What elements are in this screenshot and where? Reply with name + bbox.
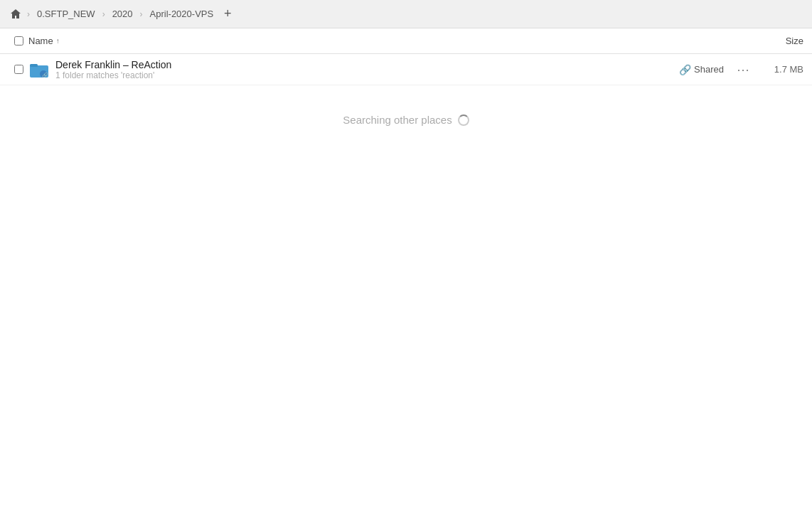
- file-size: 1.7 MB: [754, 64, 803, 75]
- breadcrumb-separator-2: ›: [102, 9, 105, 19]
- file-sub-text: 1 folder matches 'reaction': [55, 70, 679, 80]
- svg-rect-1: [30, 64, 38, 67]
- folder-icon: 🔗: [28, 59, 50, 80]
- size-column-header[interactable]: Size: [747, 36, 803, 46]
- header-checkbox[interactable]: [9, 36, 28, 46]
- breadcrumb-item-april[interactable]: April-2020-VPS: [147, 7, 217, 21]
- toolbar: › 0.SFTP_NEW › 2020 › April-2020-VPS +: [0, 0, 812, 28]
- select-all-checkbox[interactable]: [14, 36, 23, 46]
- loading-spinner: [458, 114, 469, 126]
- breadcrumb-item-2020[interactable]: 2020: [109, 7, 136, 21]
- breadcrumb-item-sftp-new[interactable]: 0.SFTP_NEW: [34, 7, 98, 21]
- name-column-label: Name: [28, 36, 53, 46]
- home-icon[interactable]: [9, 7, 23, 21]
- row-checkbox[interactable]: [9, 65, 28, 74]
- column-headers: Name ↑ Size: [0, 28, 812, 54]
- file-name: Derek Franklin – ReAction: [55, 59, 679, 70]
- name-column-header[interactable]: Name ↑: [28, 36, 747, 46]
- file-list: 🔗 Derek Franklin – ReAction 1 folder mat…: [0, 54, 812, 512]
- shared-label: Shared: [694, 64, 724, 75]
- link-icon: 🔗: [679, 64, 691, 75]
- breadcrumb-separator-3: ›: [140, 9, 143, 19]
- file-select-checkbox[interactable]: [14, 65, 23, 74]
- app-container: › 0.SFTP_NEW › 2020 › April-2020-VPS + N…: [0, 0, 812, 512]
- file-name-container: Derek Franklin – ReAction 1 folder match…: [55, 59, 679, 80]
- table-row[interactable]: 🔗 Derek Franklin – ReAction 1 folder mat…: [0, 54, 812, 85]
- breadcrumb-separator-1: ›: [27, 9, 30, 19]
- svg-text:🔗: 🔗: [42, 71, 48, 78]
- search-other-label: Searching other places: [343, 114, 452, 126]
- add-tab-button[interactable]: +: [219, 6, 236, 23]
- search-other-section: Searching other places: [0, 85, 812, 154]
- sort-arrow-icon: ↑: [56, 37, 60, 45]
- row-actions-button[interactable]: ⋯: [732, 62, 754, 78]
- shared-indicator: 🔗 Shared: [679, 64, 724, 75]
